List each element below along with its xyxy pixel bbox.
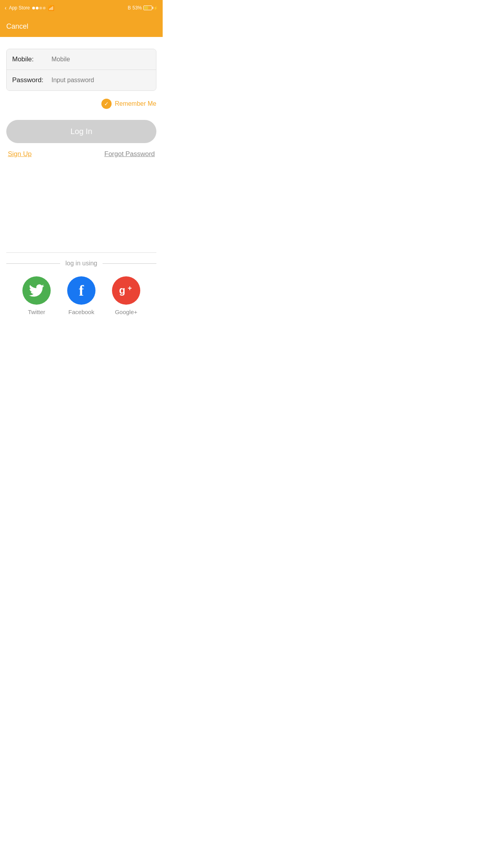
social-divider-text: log in using [60,260,103,267]
signup-link[interactable]: Sign Up [8,150,31,158]
spacer [6,174,156,252]
mobile-input[interactable] [51,56,150,63]
status-left: ‹ App Store 📶 [5,5,54,11]
battery-icon: ⚡ [143,6,158,10]
divider-line-left [6,263,60,264]
remember-me-checkbox[interactable]: ✓ [101,99,112,109]
remember-me-label: Remember Me [115,100,156,107]
svg-text:+: + [128,284,132,292]
facebook-circle: f [67,276,95,305]
wifi-icon: 📶 [48,5,54,11]
bluetooth-icon: B [128,5,131,11]
facebook-login-button[interactable]: f Facebook [67,276,95,315]
cancel-button[interactable]: Cancel [6,22,28,31]
status-right: B 53% ⚡ [128,5,158,11]
divider-line-right [103,263,156,264]
password-label: Password: [12,76,51,84]
login-form: Mobile: Password: [6,49,156,91]
nav-bar: Cancel Log In [0,16,163,37]
facebook-label: Facebook [68,309,94,315]
google-login-button[interactable]: g + Google+ [112,276,140,315]
login-button[interactable]: Log In [6,120,156,143]
battery-percent: 53% [132,5,142,11]
google-label: Google+ [115,309,137,315]
status-bar: ‹ App Store 📶 2:29 PM B 53% ⚡ [0,0,163,16]
twitter-bird-icon [29,284,44,297]
password-input[interactable] [51,77,150,84]
mobile-field-row: Mobile: [7,49,156,70]
mobile-label: Mobile: [12,55,51,63]
forgot-password-link[interactable]: Forgot Password [105,150,155,158]
social-icons-row: Twitter f Facebook g + [6,276,156,327]
svg-text:g: g [119,284,125,296]
facebook-f-icon: f [79,282,84,299]
links-row: Sign Up Forgot Password [6,150,156,158]
social-divider: log in using [6,253,156,276]
charging-icon: ⚡ [153,6,158,10]
app-store-label: App Store [9,5,30,11]
twitter-circle [22,276,51,305]
social-login-section: log in using Twitter f Facebook [6,252,156,327]
twitter-login-button[interactable]: Twitter [22,276,51,315]
google-plus-icon: g + [117,282,135,299]
password-field-row: Password: [7,70,156,90]
main-content: Mobile: Password: ✓ Remember Me Log In S… [0,37,163,335]
twitter-label: Twitter [28,309,45,315]
signal-dots [32,7,46,9]
remember-me-row: ✓ Remember Me [6,99,156,109]
google-circle: g + [112,276,140,305]
